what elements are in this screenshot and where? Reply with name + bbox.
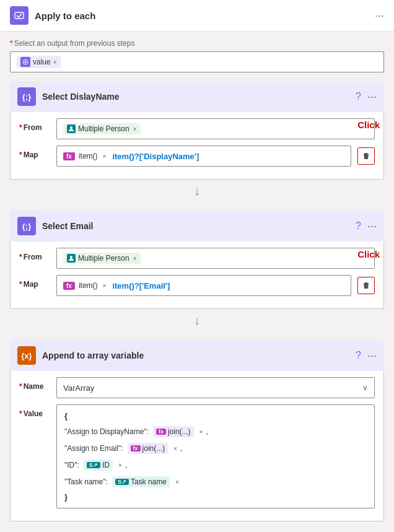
taskname-token[interactable]: S↗ Task name [112, 476, 170, 487]
select-output-section: *Select an output from previous steps va… [10, 39, 384, 72]
append-array-help-icon[interactable]: ? [356, 350, 361, 361]
select-email-body: *From Multiple Person × [10, 242, 384, 309]
select-email-more-button[interactable]: ··· [367, 220, 377, 233]
displayname-from-label: *From [19, 118, 56, 132]
header-title: Apply to each [35, 11, 369, 21]
main-content: *Select an output from previous steps va… [0, 32, 394, 532]
email-map-row: *Map fx item() × item()?['Email'] [19, 275, 375, 296]
join-token-1[interactable]: fx join(...) [153, 426, 194, 437]
select-output-input[interactable]: value × [10, 51, 384, 72]
displayname-from-input[interactable]: Multiple Person × [56, 118, 375, 139]
displayname-map-row: *Map fx item() × item()?['DisplayName'] [19, 146, 375, 167]
displayname-from-row: *From Multiple Person × [19, 118, 375, 139]
svg-rect-0 [15, 12, 24, 19]
append-value-box[interactable]: { "Assign to DisplayName": fx join(...) … [56, 404, 375, 508]
select-displayname-icon: {;} [17, 87, 36, 106]
join-token-2[interactable]: fx join(...) [128, 443, 169, 454]
select-email-card: {;} Select Email ? ··· *From [10, 211, 384, 309]
email-from-value: Multiple Person × Click [56, 248, 375, 269]
header: Apply to each ··· [0, 0, 394, 32]
append-name-row: *Name VarArray ∨ [19, 377, 375, 398]
value-line-3: "ID": S↗ ID × , [64, 459, 367, 471]
displayname-map-input[interactable]: fx item() × item()?['DisplayName'] [56, 146, 351, 167]
select-displayname-card: {;} Select DislayName ? ··· *From [10, 81, 384, 180]
multiple-person-token-2[interactable]: Multiple Person × [63, 253, 141, 264]
append-array-header: {x} Append to array variable ? ··· [10, 340, 384, 371]
taskname-token-close[interactable]: × [175, 479, 179, 486]
mp-token-label-1: Multiple Person [78, 124, 129, 133]
click-label-1: Click [357, 120, 380, 130]
email-from-input[interactable]: Multiple Person × [56, 248, 375, 269]
select-email-header: {;} Select Email ? ··· [10, 211, 384, 242]
value-token-close[interactable]: × [53, 59, 57, 66]
id-token[interactable]: S↗ ID [84, 460, 113, 471]
mp-token-close-2[interactable]: × [133, 255, 137, 262]
select-email-help-icon[interactable]: ? [356, 220, 361, 232]
id-token-close[interactable]: × [118, 462, 122, 469]
append-array-title: Append to array variable [42, 351, 349, 360]
item-token-close-1[interactable]: × [103, 153, 107, 160]
select-email-title: Select Email [42, 221, 349, 231]
email-map-value: fx item() × item()?['Email'] [56, 275, 375, 296]
displayname-expression: item()?['DisplayName'] [112, 152, 199, 161]
svg-point-2 [70, 126, 72, 129]
append-value-content: { "Assign to DisplayName": fx join(...) … [56, 404, 375, 508]
value-line-1: "Assign to DisplayName": fx join(...) × … [64, 425, 367, 438]
join-token-2-close[interactable]: × [173, 445, 177, 452]
click-label-2: Click [357, 249, 380, 259]
append-name-label: *Name [19, 377, 56, 391]
svg-point-3 [70, 256, 72, 258]
value-token-icon [20, 57, 30, 67]
email-map-label: *Map [19, 275, 56, 289]
email-from-label: *From [19, 248, 56, 261]
value-token-label: value [33, 58, 51, 66]
append-name-select-value: VarArray [63, 383, 94, 393]
append-array-card: {x} Append to array variable ? ··· *Name… [10, 340, 384, 521]
item-token-1: item() [79, 152, 98, 160]
header-more-button[interactable]: ··· [375, 9, 384, 22]
join-token-1-close[interactable]: × [199, 429, 203, 435]
email-delete-button[interactable] [357, 277, 375, 294]
curly-open: { [64, 411, 367, 421]
displayname-delete-button[interactable] [357, 147, 375, 165]
select-displayname-title: Select DislayName [42, 92, 349, 102]
header-icon [10, 6, 28, 25]
mp-icon-1 [67, 124, 76, 133]
append-name-select[interactable]: VarArray ∨ [56, 377, 375, 398]
mp-icon-2 [67, 254, 76, 263]
email-from-row: *From Multiple Person × [19, 248, 375, 269]
select-output-label: *Select an output from previous steps [10, 39, 384, 48]
select-displayname-body: *From Multiple Person × [10, 112, 384, 180]
chevron-down-icon: ∨ [362, 383, 368, 392]
curly-close: } [64, 492, 367, 502]
append-value-row: *Value { "Assign to DisplayName": fx joi… [19, 404, 375, 508]
arrow-connector-1: ↓ [10, 180, 384, 202]
multiple-person-token-1[interactable]: Multiple Person × [63, 123, 141, 134]
value-token[interactable]: value × [17, 56, 61, 68]
select-displayname-help-icon[interactable]: ? [356, 91, 361, 102]
select-displayname-header: {;} Select DislayName ? ··· [10, 81, 384, 112]
displayname-map-label: *Map [19, 146, 56, 159]
select-displayname-more-button[interactable]: ··· [367, 90, 377, 103]
arrow-connector-2: ↓ [10, 309, 384, 331]
mp-token-label-2: Multiple Person [78, 254, 129, 263]
append-array-body: *Name VarArray ∨ *Value { [10, 371, 384, 521]
email-expression: item()?['Email'] [112, 281, 170, 290]
append-array-more-button[interactable]: ··· [367, 349, 377, 362]
append-name-value: VarArray ∨ [56, 377, 375, 398]
item-token-2: item() [79, 281, 98, 290]
item-token-close-2[interactable]: × [103, 282, 107, 289]
fx-badge-2: fx [63, 282, 75, 290]
select-email-icon: {;} [17, 217, 36, 235]
append-array-icon: {x} [17, 346, 36, 365]
displayname-from-value: Multiple Person × Click [56, 118, 375, 139]
email-map-input[interactable]: fx item() × item()?['Email'] [56, 275, 351, 296]
value-line-2: "Assign to Email": fx join(...) × , [64, 442, 367, 455]
value-line-4: "Task name": S↗ Task name × [64, 476, 367, 488]
mp-token-close-1[interactable]: × [133, 126, 137, 133]
fx-badge-1: fx [63, 152, 75, 160]
displayname-map-value: fx item() × item()?['DisplayName'] [56, 146, 375, 167]
append-value-label: *Value [19, 404, 56, 418]
